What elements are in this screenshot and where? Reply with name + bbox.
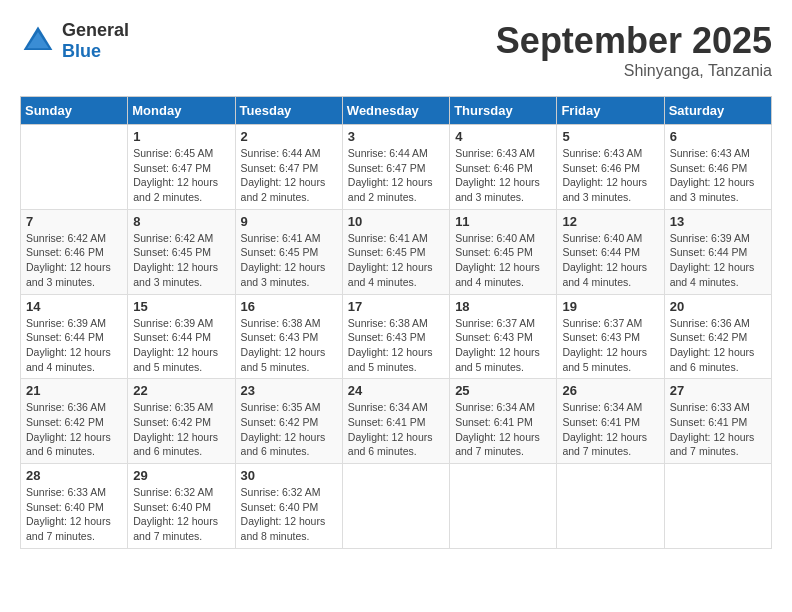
calendar-day: 17Sunrise: 6:38 AM Sunset: 6:43 PM Dayli… [342, 294, 449, 379]
header-tuesday: Tuesday [235, 97, 342, 125]
calendar-day: 9Sunrise: 6:41 AM Sunset: 6:45 PM Daylig… [235, 209, 342, 294]
day-info: Sunrise: 6:32 AM Sunset: 6:40 PM Dayligh… [241, 485, 337, 544]
calendar-week-row: 1Sunrise: 6:45 AM Sunset: 6:47 PM Daylig… [21, 125, 772, 210]
calendar-day [450, 464, 557, 549]
month-title: September 2025 [496, 20, 772, 62]
day-info: Sunrise: 6:41 AM Sunset: 6:45 PM Dayligh… [241, 231, 337, 290]
day-info: Sunrise: 6:39 AM Sunset: 6:44 PM Dayligh… [26, 316, 122, 375]
header-wednesday: Wednesday [342, 97, 449, 125]
day-number: 22 [133, 383, 229, 398]
calendar-day: 30Sunrise: 6:32 AM Sunset: 6:40 PM Dayli… [235, 464, 342, 549]
day-number: 9 [241, 214, 337, 229]
calendar-day: 10Sunrise: 6:41 AM Sunset: 6:45 PM Dayli… [342, 209, 449, 294]
calendar-day: 29Sunrise: 6:32 AM Sunset: 6:40 PM Dayli… [128, 464, 235, 549]
day-info: Sunrise: 6:34 AM Sunset: 6:41 PM Dayligh… [348, 400, 444, 459]
location-subtitle: Shinyanga, Tanzania [496, 62, 772, 80]
day-number: 18 [455, 299, 551, 314]
day-number: 15 [133, 299, 229, 314]
page-header: General Blue September 2025 Shinyanga, T… [20, 20, 772, 80]
day-info: Sunrise: 6:37 AM Sunset: 6:43 PM Dayligh… [562, 316, 658, 375]
logo: General Blue [20, 20, 129, 62]
calendar-day: 11Sunrise: 6:40 AM Sunset: 6:45 PM Dayli… [450, 209, 557, 294]
day-number: 17 [348, 299, 444, 314]
calendar-day: 5Sunrise: 6:43 AM Sunset: 6:46 PM Daylig… [557, 125, 664, 210]
day-number: 21 [26, 383, 122, 398]
header-friday: Friday [557, 97, 664, 125]
calendar-day: 28Sunrise: 6:33 AM Sunset: 6:40 PM Dayli… [21, 464, 128, 549]
logo-general: General [62, 20, 129, 40]
day-info: Sunrise: 6:42 AM Sunset: 6:46 PM Dayligh… [26, 231, 122, 290]
calendar-day: 4Sunrise: 6:43 AM Sunset: 6:46 PM Daylig… [450, 125, 557, 210]
day-number: 19 [562, 299, 658, 314]
calendar-day [664, 464, 771, 549]
day-info: Sunrise: 6:39 AM Sunset: 6:44 PM Dayligh… [133, 316, 229, 375]
day-info: Sunrise: 6:44 AM Sunset: 6:47 PM Dayligh… [348, 146, 444, 205]
day-info: Sunrise: 6:35 AM Sunset: 6:42 PM Dayligh… [241, 400, 337, 459]
header-thursday: Thursday [450, 97, 557, 125]
day-number: 26 [562, 383, 658, 398]
day-number: 11 [455, 214, 551, 229]
day-number: 20 [670, 299, 766, 314]
day-info: Sunrise: 6:34 AM Sunset: 6:41 PM Dayligh… [562, 400, 658, 459]
calendar-day: 1Sunrise: 6:45 AM Sunset: 6:47 PM Daylig… [128, 125, 235, 210]
day-info: Sunrise: 6:40 AM Sunset: 6:44 PM Dayligh… [562, 231, 658, 290]
calendar-week-row: 7Sunrise: 6:42 AM Sunset: 6:46 PM Daylig… [21, 209, 772, 294]
calendar-day: 22Sunrise: 6:35 AM Sunset: 6:42 PM Dayli… [128, 379, 235, 464]
calendar-day [342, 464, 449, 549]
day-info: Sunrise: 6:45 AM Sunset: 6:47 PM Dayligh… [133, 146, 229, 205]
calendar-day: 12Sunrise: 6:40 AM Sunset: 6:44 PM Dayli… [557, 209, 664, 294]
calendar-day: 7Sunrise: 6:42 AM Sunset: 6:46 PM Daylig… [21, 209, 128, 294]
logo-icon [20, 23, 56, 59]
day-number: 6 [670, 129, 766, 144]
calendar-day: 18Sunrise: 6:37 AM Sunset: 6:43 PM Dayli… [450, 294, 557, 379]
calendar-day: 14Sunrise: 6:39 AM Sunset: 6:44 PM Dayli… [21, 294, 128, 379]
calendar-day: 27Sunrise: 6:33 AM Sunset: 6:41 PM Dayli… [664, 379, 771, 464]
calendar-day: 23Sunrise: 6:35 AM Sunset: 6:42 PM Dayli… [235, 379, 342, 464]
calendar-day: 13Sunrise: 6:39 AM Sunset: 6:44 PM Dayli… [664, 209, 771, 294]
calendar-day [21, 125, 128, 210]
day-number: 10 [348, 214, 444, 229]
day-info: Sunrise: 6:42 AM Sunset: 6:45 PM Dayligh… [133, 231, 229, 290]
day-number: 13 [670, 214, 766, 229]
day-number: 12 [562, 214, 658, 229]
calendar-day: 2Sunrise: 6:44 AM Sunset: 6:47 PM Daylig… [235, 125, 342, 210]
day-number: 8 [133, 214, 229, 229]
day-info: Sunrise: 6:44 AM Sunset: 6:47 PM Dayligh… [241, 146, 337, 205]
day-info: Sunrise: 6:35 AM Sunset: 6:42 PM Dayligh… [133, 400, 229, 459]
header-sunday: Sunday [21, 97, 128, 125]
day-number: 24 [348, 383, 444, 398]
day-info: Sunrise: 6:40 AM Sunset: 6:45 PM Dayligh… [455, 231, 551, 290]
day-info: Sunrise: 6:38 AM Sunset: 6:43 PM Dayligh… [241, 316, 337, 375]
calendar-day: 16Sunrise: 6:38 AM Sunset: 6:43 PM Dayli… [235, 294, 342, 379]
calendar-day: 19Sunrise: 6:37 AM Sunset: 6:43 PM Dayli… [557, 294, 664, 379]
calendar-week-row: 21Sunrise: 6:36 AM Sunset: 6:42 PM Dayli… [21, 379, 772, 464]
day-number: 4 [455, 129, 551, 144]
calendar-day [557, 464, 664, 549]
day-info: Sunrise: 6:38 AM Sunset: 6:43 PM Dayligh… [348, 316, 444, 375]
day-number: 30 [241, 468, 337, 483]
day-info: Sunrise: 6:41 AM Sunset: 6:45 PM Dayligh… [348, 231, 444, 290]
day-number: 23 [241, 383, 337, 398]
day-info: Sunrise: 6:33 AM Sunset: 6:40 PM Dayligh… [26, 485, 122, 544]
day-number: 25 [455, 383, 551, 398]
calendar-table: Sunday Monday Tuesday Wednesday Thursday… [20, 96, 772, 549]
day-info: Sunrise: 6:43 AM Sunset: 6:46 PM Dayligh… [670, 146, 766, 205]
calendar-day: 8Sunrise: 6:42 AM Sunset: 6:45 PM Daylig… [128, 209, 235, 294]
title-block: September 2025 Shinyanga, Tanzania [496, 20, 772, 80]
day-number: 29 [133, 468, 229, 483]
calendar-day: 20Sunrise: 6:36 AM Sunset: 6:42 PM Dayli… [664, 294, 771, 379]
day-info: Sunrise: 6:36 AM Sunset: 6:42 PM Dayligh… [26, 400, 122, 459]
calendar-day: 24Sunrise: 6:34 AM Sunset: 6:41 PM Dayli… [342, 379, 449, 464]
calendar-day: 6Sunrise: 6:43 AM Sunset: 6:46 PM Daylig… [664, 125, 771, 210]
calendar-day: 15Sunrise: 6:39 AM Sunset: 6:44 PM Dayli… [128, 294, 235, 379]
day-info: Sunrise: 6:43 AM Sunset: 6:46 PM Dayligh… [562, 146, 658, 205]
day-info: Sunrise: 6:34 AM Sunset: 6:41 PM Dayligh… [455, 400, 551, 459]
day-number: 7 [26, 214, 122, 229]
header-monday: Monday [128, 97, 235, 125]
day-info: Sunrise: 6:32 AM Sunset: 6:40 PM Dayligh… [133, 485, 229, 544]
calendar-day: 26Sunrise: 6:34 AM Sunset: 6:41 PM Dayli… [557, 379, 664, 464]
calendar-day: 21Sunrise: 6:36 AM Sunset: 6:42 PM Dayli… [21, 379, 128, 464]
day-number: 1 [133, 129, 229, 144]
day-number: 5 [562, 129, 658, 144]
day-info: Sunrise: 6:39 AM Sunset: 6:44 PM Dayligh… [670, 231, 766, 290]
